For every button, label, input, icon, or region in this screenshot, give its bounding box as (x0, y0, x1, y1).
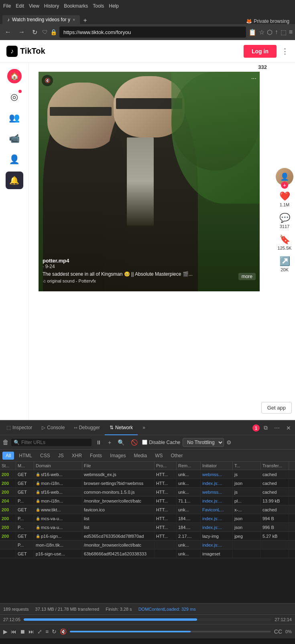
more-button[interactable]: more (238, 273, 256, 280)
cell-initiator[interactable]: FaviconL... (201, 505, 233, 514)
share-button[interactable]: ↗️ 20K (279, 256, 290, 272)
filter-css[interactable]: CSS (37, 452, 53, 460)
like-button[interactable]: ❤️ 1.1M (279, 191, 290, 207)
filter-html[interactable]: HTML (16, 452, 35, 460)
media-expand-btn[interactable]: ⤢ (37, 628, 42, 635)
media-progress-bar[interactable] (70, 631, 271, 632)
filter-media[interactable]: Media (130, 452, 150, 460)
save-button[interactable]: 🔖 125.5K (278, 234, 292, 250)
media-skip-fwd-btn[interactable]: ⏭ (28, 628, 34, 635)
private-label: Private browsing (254, 18, 289, 24)
tab-close-btn[interactable]: × (73, 17, 75, 22)
timeline-fill (24, 618, 197, 621)
devtools-dock-btn[interactable]: ⧉ (261, 423, 270, 433)
table-row[interactable]: 200 GET 🔒www.tikt... favicon.ico HTT... … (0, 505, 295, 514)
throttle-select[interactable]: No Throttling (183, 438, 224, 447)
tab-more[interactable]: » (138, 421, 150, 435)
network-settings-btn[interactable]: ⚙ (226, 439, 232, 446)
menu-edit[interactable]: Edit (16, 3, 24, 9)
filter-other[interactable]: Other (167, 452, 186, 460)
menu-bookmarks[interactable]: Bookmarks (64, 3, 88, 9)
table-row[interactable]: 200 P... 🔒mcs-va-u... list HTT... 184...… (0, 514, 295, 523)
cell-initiator[interactable]: index.js:... (201, 497, 233, 505)
media-skip-back-btn[interactable]: ⏮ (11, 628, 16, 635)
tab-console[interactable]: ▷ Console (37, 421, 69, 435)
forward-btn[interactable]: → (16, 27, 27, 37)
get-app-button[interactable]: Get app (261, 402, 292, 414)
filter-images[interactable]: Images (107, 452, 129, 460)
devtools-overflow-btn[interactable]: ⋯ (272, 423, 282, 433)
back-btn[interactable]: ← (2, 27, 14, 37)
table-row[interactable]: 204 P... 🔒mon-i18n... /monitor_browser/c… (0, 497, 295, 505)
sidebar-explore[interactable]: ◎ (6, 88, 23, 106)
table-row[interactable]: GET p16-sign-use... 63b68666adf04251a620… (0, 549, 295, 558)
pause-btn[interactable]: ⏸ (94, 438, 104, 446)
star-icon[interactable]: ☆ (259, 28, 264, 36)
active-tab[interactable]: ♪ Watch trending videos for y × (2, 15, 80, 24)
video-more-button[interactable]: ··· (251, 75, 256, 82)
table-row[interactable]: 200 GET 🔒sf16-web... webmssdk_ex.js HTT.… (0, 470, 295, 479)
menu-history[interactable]: History (44, 3, 59, 9)
cell-method: GET (16, 549, 34, 558)
media-play-btn[interactable]: ▶ (3, 628, 8, 635)
devtools-close-btn[interactable]: ✕ (284, 423, 293, 433)
cell-initiator[interactable]: index.js:... (201, 541, 233, 549)
menu-view[interactable]: View (29, 3, 39, 9)
login-button[interactable]: Log in (244, 45, 277, 58)
reload-btn[interactable]: ↻ (30, 27, 40, 38)
follow-btn[interactable]: + (281, 182, 288, 189)
tiktok-menu-icon[interactable]: ⋮ (281, 47, 289, 56)
menu-help[interactable]: Help (109, 3, 119, 9)
sidebar-profile[interactable]: 👤 (6, 151, 23, 168)
cell-initiator[interactable]: webmss... (201, 488, 233, 496)
tab-inspector[interactable]: ⬚ Inspector (2, 421, 37, 435)
comment-button[interactable]: 💬 3117 (279, 213, 290, 229)
table-row[interactable]: 200 GET 🔒sf16-web... common-monitors.1.5… (0, 488, 295, 497)
media-captions-btn[interactable]: CC (274, 628, 282, 635)
media-mute-btn[interactable]: 🔇 (60, 628, 67, 635)
filter-all[interactable]: All (2, 452, 14, 460)
block-btn[interactable]: 🚫 (129, 438, 140, 446)
bookmark-icon[interactable]: 📋 (248, 28, 256, 36)
sync-icon[interactable]: ↑ (275, 28, 278, 36)
filter-js[interactable]: JS (55, 452, 67, 460)
cell-method: P... (16, 541, 34, 549)
tab-network[interactable]: ⇅ Network (105, 421, 138, 435)
devtools-action-buttons: 1 ⧉ ⋯ ✕ (252, 423, 293, 433)
cell-initiator[interactable]: index.js:... (201, 514, 233, 523)
add-filter-btn[interactable]: + (106, 438, 113, 446)
disable-cache-checkbox[interactable] (142, 440, 147, 445)
sidebar-following[interactable]: 👥 (6, 109, 23, 127)
tab-debugger[interactable]: ⑅ Debugger (69, 421, 105, 435)
menu-hamburger-icon[interactable]: ≡ (289, 28, 293, 36)
extension-icon[interactable]: ⬚ (281, 28, 287, 36)
media-settings-btn[interactable]: ≡ (45, 628, 49, 635)
search-btn[interactable]: 🔍 (116, 438, 126, 446)
filter-fonts[interactable]: Fonts (87, 452, 105, 460)
address-bar[interactable] (59, 26, 246, 38)
new-tab-btn[interactable]: + (80, 17, 90, 24)
table-row[interactable]: 200 P... 🔒mcs-va-u... list HTT... 184...… (0, 523, 295, 532)
table-row[interactable]: P... mon-i18n.tik... /monitor_browser/co… (0, 541, 295, 549)
table-row[interactable]: 200 GET 🔒mon-i18n... browser-settings?bi… (0, 479, 295, 488)
table-row[interactable]: 200 GET 🔒p16-sign... ed5365cd7633506dd78… (0, 532, 295, 541)
filter-ws[interactable]: WS (152, 452, 166, 460)
video-player[interactable]: 🔇 ··· potter.mp4 · 9-24 The saddest scen… (39, 72, 260, 291)
sidebar-bell[interactable]: 🔔 (6, 172, 23, 189)
filter-xhr[interactable]: XHR (69, 452, 85, 460)
clear-btn[interactable]: 🗑 (2, 439, 9, 446)
media-rotate-btn[interactable]: ↻ (52, 628, 57, 635)
cell-initiator[interactable]: webmss... (201, 470, 233, 478)
media-stop-btn[interactable]: ⏹ (20, 628, 25, 635)
sidebar-live[interactable]: 📹 (6, 130, 23, 147)
filter-input[interactable] (21, 440, 89, 445)
disable-cache-label[interactable]: Disable Cache (142, 440, 180, 445)
menu-tools[interactable]: Tools (93, 3, 104, 9)
cell-initiator[interactable]: index.js:... (201, 523, 233, 531)
timeline-track[interactable] (24, 618, 271, 621)
cell-initiator[interactable]: index.js:... (201, 479, 233, 487)
pocket-icon[interactable]: ⬡ (267, 28, 273, 36)
sidebar-home[interactable]: 🏠 (6, 67, 23, 85)
menu-file[interactable]: File (3, 3, 11, 9)
mute-button[interactable]: 🔇 (42, 75, 53, 86)
